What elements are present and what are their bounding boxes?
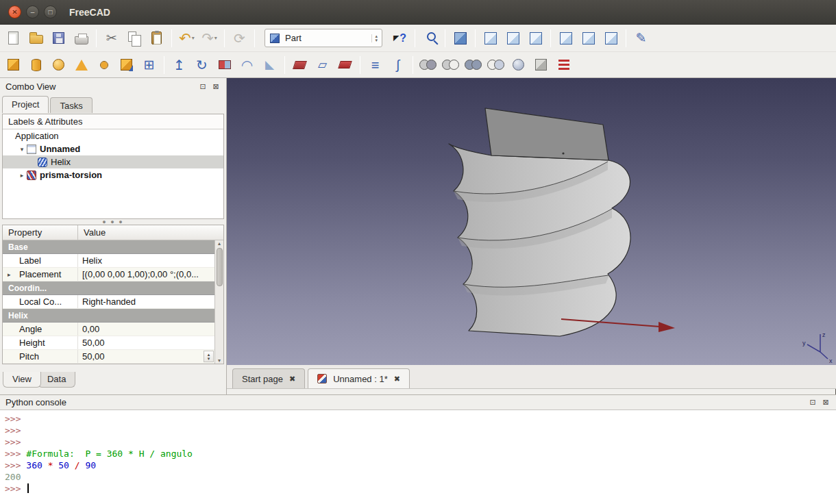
cylinder-button[interactable]: [25, 54, 47, 76]
window-close-button[interactable]: ✕: [8, 5, 21, 18]
property-group-row[interactable]: Coordin...: [3, 281, 214, 295]
left-view-button[interactable]: [600, 27, 622, 49]
3d-viewport[interactable]: z y x: [227, 78, 836, 365]
tree-expander-icon[interactable]: ▾: [18, 146, 26, 153]
property-group-row[interactable]: Helix: [3, 309, 214, 323]
torus-button[interactable]: [93, 54, 115, 76]
whats-this-button[interactable]: ◤?: [389, 27, 411, 49]
helix-solid[interactable]: [449, 108, 630, 336]
property-value-cell[interactable]: [(0,00 0,00 1,00);0,00 °;(0,0...: [78, 268, 214, 281]
dropdown-arrow-icon[interactable]: ▾: [214, 35, 217, 41]
tree-item-helix[interactable]: Helix: [3, 155, 223, 168]
cut-button[interactable]: ✂: [100, 27, 123, 49]
print-button[interactable]: [70, 27, 93, 49]
measure-distance-button[interactable]: ✎: [630, 27, 652, 49]
tree-item-unnamed[interactable]: ▾Unnamed: [3, 142, 223, 155]
property-row[interactable]: ▸Placement[(0,00 0,00 1,00);0,00 °;(0,0.…: [3, 268, 214, 281]
paste-button[interactable]: [145, 27, 168, 49]
boolean-button[interactable]: [417, 54, 439, 76]
intersection-button[interactable]: [484, 54, 507, 76]
sphere-button[interactable]: [47, 54, 70, 76]
check-geometry-button[interactable]: [507, 54, 530, 76]
shape-builder-button[interactable]: ⊞: [138, 54, 160, 76]
property-group-row[interactable]: Base: [3, 240, 214, 254]
value-spinner-control[interactable]: ▴▾: [204, 351, 214, 362]
union-button[interactable]: [462, 54, 484, 76]
dropdown-arrow-icon[interactable]: ▾: [192, 35, 195, 41]
window-maximize-button[interactable]: □: [44, 5, 57, 18]
revolve-button[interactable]: ↻: [190, 54, 213, 76]
panel-float-icon[interactable]: ⊡: [198, 81, 208, 91]
model-tree[interactable]: Labels & Attributes Application▾UnnamedH…: [2, 114, 224, 219]
compound-button[interactable]: [530, 54, 552, 76]
property-row[interactable]: Height50,00: [3, 336, 214, 350]
spin-down-icon: ▾: [375, 38, 378, 42]
property-column-header[interactable]: Property: [3, 225, 78, 240]
loft-button[interactable]: ≡: [364, 54, 386, 76]
panel-splitter[interactable]: ● ● ●: [0, 219, 226, 225]
scroll-down-icon[interactable]: ▾: [218, 357, 221, 364]
tab-data[interactable]: Data: [38, 372, 75, 388]
redo-button[interactable]: ↷▾: [198, 27, 221, 49]
chamfer-button[interactable]: ◣: [258, 54, 281, 76]
tab-tasks[interactable]: Tasks: [50, 97, 92, 113]
property-value-cell[interactable]: 50,00: [78, 336, 214, 349]
property-row[interactable]: LabelHelix: [3, 254, 214, 268]
cross-sections-button[interactable]: [552, 54, 575, 76]
property-value-cell[interactable]: Helix: [78, 254, 214, 267]
ruled-surface-button[interactable]: ▱: [311, 54, 334, 76]
cross-section-button[interactable]: [334, 54, 356, 76]
box-button[interactable]: [2, 54, 25, 76]
undo-button[interactable]: ↶▾: [175, 27, 198, 49]
property-row[interactable]: Pitch50,00▴▾: [3, 350, 214, 364]
property-row[interactable]: Local Co...Right-handed: [3, 295, 214, 309]
rear-view-button[interactable]: [554, 27, 577, 49]
create-primitives-button[interactable]: [115, 54, 138, 76]
tab-project[interactable]: Project: [2, 96, 49, 113]
python-console-input[interactable]: >>> >>> >>> >>> #Formula: P = 360 * H / …: [0, 410, 836, 504]
front-view-button[interactable]: [479, 27, 502, 49]
tab-view[interactable]: View: [3, 372, 41, 388]
top-view-button[interactable]: [502, 27, 524, 49]
sweep-button[interactable]: ∫: [386, 54, 409, 76]
workbench-selector[interactable]: Part▴▾: [265, 29, 382, 47]
value-column-header[interactable]: Value: [78, 225, 223, 240]
panel-close-icon[interactable]: ⊠: [821, 398, 831, 407]
part-toolbar: ⊞↥↻◠◣▱≡∫: [0, 52, 836, 78]
tree-item-application[interactable]: Application: [3, 129, 223, 142]
axonometric-view-button[interactable]: [449, 27, 471, 49]
make-face-button[interactable]: [288, 54, 311, 76]
open-file-button[interactable]: [25, 27, 47, 49]
property-value-cell[interactable]: Right-handed: [78, 295, 214, 308]
scrollbar-thumb[interactable]: [217, 248, 223, 286]
tree-expander-icon[interactable]: ▸: [18, 172, 26, 179]
cut-boolean-button[interactable]: [439, 54, 462, 76]
scroll-up-icon[interactable]: ▴: [218, 240, 221, 247]
mirror-button[interactable]: [213, 54, 236, 76]
tree-item-prisma-torsion[interactable]: ▸prisma-torsion: [3, 168, 223, 181]
extrude-button[interactable]: ↥: [168, 54, 190, 76]
bottom-view-button[interactable]: [577, 27, 600, 49]
new-file-button[interactable]: [2, 27, 25, 49]
spinner-icon[interactable]: ▴▾: [371, 34, 380, 42]
panel-float-icon[interactable]: ⊡: [808, 398, 817, 407]
right-view-button[interactable]: [524, 27, 547, 49]
panel-close-icon[interactable]: ⊠: [211, 81, 221, 91]
property-value-cell[interactable]: 0,00: [78, 323, 214, 336]
tab-close-icon[interactable]: ✖: [394, 375, 400, 383]
cone-button[interactable]: [70, 54, 93, 76]
copy-button[interactable]: [123, 27, 145, 49]
fillet-button[interactable]: ◠: [236, 54, 258, 76]
property-value-cell[interactable]: 50,00▴▾: [78, 350, 214, 363]
tab-unnamed-document[interactable]: Unnamed : 1* ✖: [308, 368, 410, 388]
refresh-button[interactable]: ⟳: [228, 27, 251, 49]
window-minimize-button[interactable]: –: [26, 5, 39, 18]
tab-start-page[interactable]: Start page ✖: [232, 368, 305, 388]
window-titlebar[interactable]: ✕ – □ FreeCAD: [0, 0, 836, 25]
fit-all-button[interactable]: [419, 27, 441, 49]
tab-close-icon[interactable]: ✖: [289, 375, 295, 383]
row-expander-icon[interactable]: ▸: [8, 271, 11, 278]
property-scrollbar[interactable]: ▴ ▾: [214, 240, 223, 364]
property-row[interactable]: Angle0,00: [3, 323, 214, 336]
save-file-button[interactable]: [47, 27, 70, 49]
